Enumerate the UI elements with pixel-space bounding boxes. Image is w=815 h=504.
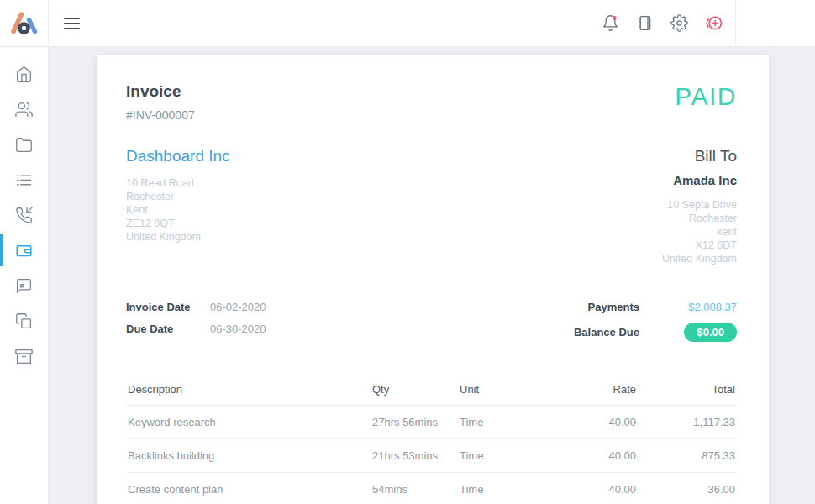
- col-description: Description: [128, 383, 372, 396]
- page-title: Invoice: [126, 82, 195, 101]
- col-rate: Rate: [547, 383, 636, 396]
- invoice-card: Invoice #INV-000007 PAID Dashboard Inc 1…: [97, 55, 769, 504]
- sidebar-item-archive[interactable]: [0, 339, 48, 374]
- customer-name: Amada Inc: [662, 173, 737, 187]
- home-icon: [15, 66, 33, 83]
- settings-gear-icon[interactable]: [669, 13, 689, 34]
- col-total: Total: [636, 383, 735, 396]
- company-address: 10 Read Road Rochester Kent ZE12 8QT Uni…: [126, 176, 230, 244]
- balance-due-pill: $0.00: [684, 323, 737, 342]
- company-block: Dashboard Inc 10 Read Road Rochester Ken…: [126, 147, 230, 265]
- status-badge: PAID: [675, 82, 737, 111]
- sidebar-item-tasks[interactable]: [0, 162, 48, 197]
- call-incoming-icon: [15, 207, 33, 224]
- sidebar-item-contacts[interactable]: [0, 92, 48, 127]
- chat-icon: [15, 277, 33, 295]
- archive-icon: [15, 348, 33, 365]
- quick-add-plus-icon[interactable]: [703, 13, 723, 34]
- sidebar-item-invoices[interactable]: [0, 233, 48, 268]
- invoice-title-block: Invoice #INV-000007: [126, 82, 195, 122]
- sidebar-nav: [0, 47, 49, 504]
- table-header-row: Description Qty Unit Rate Total: [126, 374, 737, 406]
- notification-bell-icon[interactable]: [600, 13, 620, 34]
- col-unit: Unit: [460, 383, 547, 396]
- table-row: Create content plan 54mins Time 40.00 36…: [126, 473, 737, 504]
- bill-to-label: Bill To: [662, 147, 737, 165]
- dates-block: Invoice Date 06-02-2020 Due Date 06-30-2…: [126, 301, 266, 335]
- bill-to-block: Bill To Amada Inc 10 Septa Drive Rochest…: [662, 147, 737, 265]
- due-date-value: 06-30-2020: [210, 323, 266, 335]
- table-row: Backlinks building 21hrs 53mins Time 40.…: [126, 439, 737, 473]
- menu-toggle-button[interactable]: [59, 9, 87, 38]
- topbar-icons: [600, 13, 723, 34]
- invoice-date-value: 06-02-2020: [210, 301, 266, 313]
- company-name: Dashboard Inc: [126, 147, 230, 165]
- table-row: Keyword research 27hrs 56mins Time 40.00…: [126, 406, 737, 439]
- due-date-label: Due Date: [126, 323, 210, 335]
- contacts-icon: [15, 101, 33, 118]
- customer-address: 10 Septa Drive Rochester kent X12 6DT Un…: [662, 198, 737, 265]
- sidebar-item-calls[interactable]: [0, 197, 48, 233]
- journal-book-icon[interactable]: [634, 13, 655, 34]
- invoice-date-label: Invoice Date: [126, 301, 210, 313]
- line-items-table: Description Qty Unit Rate Total Keyword …: [126, 374, 737, 504]
- documents-icon: [15, 312, 33, 330]
- main-content: Invoice #INV-000007 PAID Dashboard Inc 1…: [49, 47, 815, 504]
- sidebar-item-home[interactable]: [0, 56, 48, 92]
- invoice-number: #INV-000007: [126, 108, 195, 122]
- payments-value: $2,008.37: [688, 301, 737, 313]
- payments-label: Payments: [588, 301, 639, 313]
- sidebar-item-files[interactable]: [0, 127, 48, 162]
- list-icon: [15, 171, 33, 189]
- col-qty: Qty: [372, 383, 460, 396]
- app-logo-icon: [9, 8, 39, 39]
- topbar: [0, 0, 815, 47]
- topbar-divider: [735, 0, 736, 47]
- wallet-invoices-icon: [15, 242, 33, 260]
- balance-due-label: Balance Due: [574, 326, 639, 339]
- sidebar-item-messages[interactable]: [0, 268, 48, 303]
- totals-block: Payments $2,008.37 Balance Due $0.00: [574, 301, 737, 342]
- folder-icon: [15, 136, 33, 154]
- sidebar-item-documents[interactable]: [0, 303, 48, 339]
- app-logo[interactable]: [0, 0, 49, 47]
